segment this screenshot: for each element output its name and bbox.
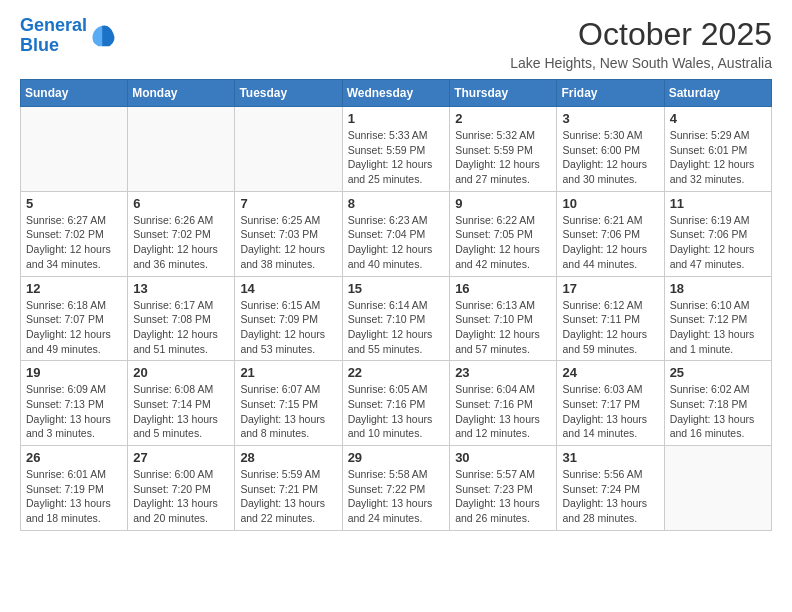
month-title: October 2025 (510, 16, 772, 53)
day-number: 15 (348, 281, 445, 296)
calendar-cell: 22Sunrise: 6:05 AM Sunset: 7:16 PM Dayli… (342, 361, 450, 446)
day-info: Sunrise: 5:57 AM Sunset: 7:23 PM Dayligh… (455, 467, 551, 526)
weekday-header-tuesday: Tuesday (235, 80, 342, 107)
week-row-1: 1Sunrise: 5:33 AM Sunset: 5:59 PM Daylig… (21, 107, 772, 192)
calendar-cell: 24Sunrise: 6:03 AM Sunset: 7:17 PM Dayli… (557, 361, 664, 446)
day-info: Sunrise: 6:23 AM Sunset: 7:04 PM Dayligh… (348, 213, 445, 272)
calendar-cell: 25Sunrise: 6:02 AM Sunset: 7:18 PM Dayli… (664, 361, 771, 446)
day-number: 4 (670, 111, 766, 126)
week-row-3: 12Sunrise: 6:18 AM Sunset: 7:07 PM Dayli… (21, 276, 772, 361)
calendar-cell: 13Sunrise: 6:17 AM Sunset: 7:08 PM Dayli… (128, 276, 235, 361)
day-number: 20 (133, 365, 229, 380)
calendar-cell: 15Sunrise: 6:14 AM Sunset: 7:10 PM Dayli… (342, 276, 450, 361)
day-info: Sunrise: 6:26 AM Sunset: 7:02 PM Dayligh… (133, 213, 229, 272)
day-number: 30 (455, 450, 551, 465)
calendar-cell: 21Sunrise: 6:07 AM Sunset: 7:15 PM Dayli… (235, 361, 342, 446)
day-info: Sunrise: 6:07 AM Sunset: 7:15 PM Dayligh… (240, 382, 336, 441)
calendar-cell: 6Sunrise: 6:26 AM Sunset: 7:02 PM Daylig… (128, 191, 235, 276)
day-info: Sunrise: 6:09 AM Sunset: 7:13 PM Dayligh… (26, 382, 122, 441)
calendar-cell: 28Sunrise: 5:59 AM Sunset: 7:21 PM Dayli… (235, 446, 342, 531)
day-info: Sunrise: 6:02 AM Sunset: 7:18 PM Dayligh… (670, 382, 766, 441)
logo: General Blue (20, 16, 117, 56)
calendar-cell: 10Sunrise: 6:21 AM Sunset: 7:06 PM Dayli… (557, 191, 664, 276)
calendar-cell: 5Sunrise: 6:27 AM Sunset: 7:02 PM Daylig… (21, 191, 128, 276)
day-info: Sunrise: 5:59 AM Sunset: 7:21 PM Dayligh… (240, 467, 336, 526)
logo-icon (89, 22, 117, 50)
calendar-cell: 27Sunrise: 6:00 AM Sunset: 7:20 PM Dayli… (128, 446, 235, 531)
day-info: Sunrise: 6:18 AM Sunset: 7:07 PM Dayligh… (26, 298, 122, 357)
calendar-cell: 23Sunrise: 6:04 AM Sunset: 7:16 PM Dayli… (450, 361, 557, 446)
day-number: 25 (670, 365, 766, 380)
calendar-cell: 26Sunrise: 6:01 AM Sunset: 7:19 PM Dayli… (21, 446, 128, 531)
day-number: 12 (26, 281, 122, 296)
day-info: Sunrise: 6:12 AM Sunset: 7:11 PM Dayligh… (562, 298, 658, 357)
calendar-cell: 17Sunrise: 6:12 AM Sunset: 7:11 PM Dayli… (557, 276, 664, 361)
day-info: Sunrise: 6:22 AM Sunset: 7:05 PM Dayligh… (455, 213, 551, 272)
title-area: October 2025 Lake Heights, New South Wal… (510, 16, 772, 71)
day-info: Sunrise: 6:13 AM Sunset: 7:10 PM Dayligh… (455, 298, 551, 357)
day-info: Sunrise: 6:10 AM Sunset: 7:12 PM Dayligh… (670, 298, 766, 357)
weekday-header-saturday: Saturday (664, 80, 771, 107)
calendar-cell: 3Sunrise: 5:30 AM Sunset: 6:00 PM Daylig… (557, 107, 664, 192)
day-info: Sunrise: 6:17 AM Sunset: 7:08 PM Dayligh… (133, 298, 229, 357)
day-number: 2 (455, 111, 551, 126)
weekday-header-friday: Friday (557, 80, 664, 107)
logo-general: General (20, 15, 87, 35)
header: General Blue October 2025 Lake Heights, … (20, 16, 772, 71)
calendar-cell: 18Sunrise: 6:10 AM Sunset: 7:12 PM Dayli… (664, 276, 771, 361)
calendar-cell: 1Sunrise: 5:33 AM Sunset: 5:59 PM Daylig… (342, 107, 450, 192)
day-info: Sunrise: 6:15 AM Sunset: 7:09 PM Dayligh… (240, 298, 336, 357)
day-number: 14 (240, 281, 336, 296)
week-row-4: 19Sunrise: 6:09 AM Sunset: 7:13 PM Dayli… (21, 361, 772, 446)
weekday-header-monday: Monday (128, 80, 235, 107)
day-number: 31 (562, 450, 658, 465)
day-number: 18 (670, 281, 766, 296)
calendar-cell: 16Sunrise: 6:13 AM Sunset: 7:10 PM Dayli… (450, 276, 557, 361)
day-number: 19 (26, 365, 122, 380)
day-number: 23 (455, 365, 551, 380)
week-row-2: 5Sunrise: 6:27 AM Sunset: 7:02 PM Daylig… (21, 191, 772, 276)
day-number: 7 (240, 196, 336, 211)
calendar-cell: 7Sunrise: 6:25 AM Sunset: 7:03 PM Daylig… (235, 191, 342, 276)
day-number: 5 (26, 196, 122, 211)
calendar-cell: 2Sunrise: 5:32 AM Sunset: 5:59 PM Daylig… (450, 107, 557, 192)
calendar-cell: 4Sunrise: 5:29 AM Sunset: 6:01 PM Daylig… (664, 107, 771, 192)
calendar-cell: 11Sunrise: 6:19 AM Sunset: 7:06 PM Dayli… (664, 191, 771, 276)
week-row-5: 26Sunrise: 6:01 AM Sunset: 7:19 PM Dayli… (21, 446, 772, 531)
calendar-cell (664, 446, 771, 531)
day-number: 29 (348, 450, 445, 465)
weekday-header-row: SundayMondayTuesdayWednesdayThursdayFrid… (21, 80, 772, 107)
calendar: SundayMondayTuesdayWednesdayThursdayFrid… (20, 79, 772, 531)
day-info: Sunrise: 6:27 AM Sunset: 7:02 PM Dayligh… (26, 213, 122, 272)
day-number: 6 (133, 196, 229, 211)
day-info: Sunrise: 6:08 AM Sunset: 7:14 PM Dayligh… (133, 382, 229, 441)
day-info: Sunrise: 6:04 AM Sunset: 7:16 PM Dayligh… (455, 382, 551, 441)
day-info: Sunrise: 6:05 AM Sunset: 7:16 PM Dayligh… (348, 382, 445, 441)
day-info: Sunrise: 6:14 AM Sunset: 7:10 PM Dayligh… (348, 298, 445, 357)
day-number: 17 (562, 281, 658, 296)
calendar-cell (128, 107, 235, 192)
calendar-cell (21, 107, 128, 192)
day-number: 9 (455, 196, 551, 211)
day-number: 28 (240, 450, 336, 465)
day-info: Sunrise: 6:01 AM Sunset: 7:19 PM Dayligh… (26, 467, 122, 526)
day-number: 13 (133, 281, 229, 296)
calendar-cell (235, 107, 342, 192)
day-info: Sunrise: 5:33 AM Sunset: 5:59 PM Dayligh… (348, 128, 445, 187)
day-number: 1 (348, 111, 445, 126)
calendar-cell: 14Sunrise: 6:15 AM Sunset: 7:09 PM Dayli… (235, 276, 342, 361)
weekday-header-wednesday: Wednesday (342, 80, 450, 107)
logo-text: General Blue (20, 16, 87, 56)
day-number: 26 (26, 450, 122, 465)
calendar-cell: 30Sunrise: 5:57 AM Sunset: 7:23 PM Dayli… (450, 446, 557, 531)
calendar-cell: 29Sunrise: 5:58 AM Sunset: 7:22 PM Dayli… (342, 446, 450, 531)
day-number: 21 (240, 365, 336, 380)
calendar-cell: 20Sunrise: 6:08 AM Sunset: 7:14 PM Dayli… (128, 361, 235, 446)
subtitle: Lake Heights, New South Wales, Australia (510, 55, 772, 71)
logo-blue: Blue (20, 35, 59, 55)
day-number: 27 (133, 450, 229, 465)
calendar-cell: 12Sunrise: 6:18 AM Sunset: 7:07 PM Dayli… (21, 276, 128, 361)
day-number: 10 (562, 196, 658, 211)
day-number: 3 (562, 111, 658, 126)
day-info: Sunrise: 5:58 AM Sunset: 7:22 PM Dayligh… (348, 467, 445, 526)
